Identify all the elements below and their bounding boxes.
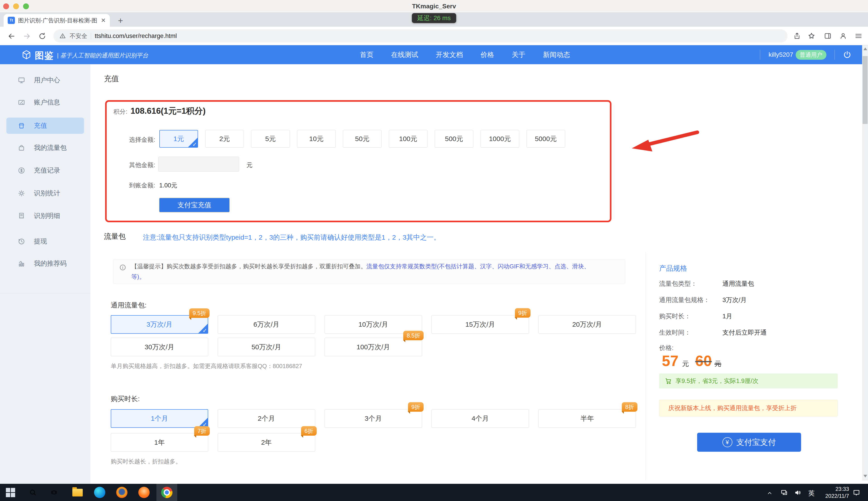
forward-icon[interactable]: [23, 32, 31, 41]
volume-icon[interactable]: [794, 489, 802, 497]
spec-option-6w[interactable]: 6万次/月: [218, 315, 315, 334]
file-explorer-icon[interactable]: [72, 489, 83, 497]
nav-divider: [760, 50, 760, 60]
input-language-indicator[interactable]: 英: [808, 489, 815, 498]
other-amount-label: 其他金额:: [129, 161, 155, 169]
spec-note: 单月购买规格越高，折扣越多。如需更高规格请联系客服QQ：800186827: [111, 362, 302, 370]
coin-dollar-icon: [18, 167, 25, 174]
spec-option-20w[interactable]: 20万次/月: [538, 315, 636, 334]
duration-option-2y[interactable]: 2年6折: [218, 433, 315, 452]
duration-option-4m[interactable]: 4个月: [431, 409, 529, 428]
arrive-amount-row: 到账金额: 1.00元: [129, 181, 177, 190]
sidebar-item-recharge-records[interactable]: 充值记录: [0, 162, 90, 179]
amount-option-1000[interactable]: 1000元: [481, 130, 519, 148]
amount-option-10[interactable]: 10元: [297, 130, 336, 148]
bookmark-star-icon[interactable]: [807, 32, 816, 40]
amount-option-5[interactable]: 5元: [251, 130, 290, 148]
menu-icon[interactable]: [855, 32, 862, 40]
tip-link[interactable]: 流量包仅支持常规英数类型(不包括计算题、汉字、闪动GIF和无感学习、点选、滑块、: [366, 263, 590, 270]
sidebar-item-withdraw[interactable]: 提现: [0, 233, 90, 249]
sidebar-item-recharge[interactable]: 充值: [6, 118, 84, 134]
sidebar-item-recognition-stats[interactable]: 识别统计: [0, 185, 90, 201]
new-tab-button[interactable]: +: [118, 16, 123, 25]
duration-section-label: 购买时长:: [111, 394, 140, 404]
tip-link-cont[interactable]: 等)。: [131, 271, 590, 282]
amount-option-100[interactable]: 100元: [389, 130, 427, 148]
share-icon[interactable]: [793, 32, 801, 40]
duration-option-halfyear[interactable]: 半年8折: [538, 409, 636, 428]
nav-item-online-test[interactable]: 在线测试: [391, 50, 418, 60]
points-row: 积分: 108.616(1元=1积分): [114, 105, 206, 117]
browser-tab[interactable]: Tt 图片识别-广告识别-目标检测-图 ✕: [4, 14, 110, 27]
logout-power-icon[interactable]: [843, 50, 852, 59]
promo-text: 庆祝新版本上线，购买通用流量包，享受折上折: [668, 404, 796, 412]
security-label: 不安全: [69, 32, 87, 40]
network-icon[interactable]: [780, 489, 788, 497]
spec-option-30w[interactable]: 30万次/月: [111, 338, 208, 356]
spec-row-value: 通用流量包: [722, 279, 754, 288]
sidebar-item-recognition-details[interactable]: 识别明细: [0, 208, 90, 224]
tip-text: 【温馨提示】购买次数越多享受折扣越多，购买时长越长享受折扣越多，双重折扣可叠加。…: [131, 261, 590, 282]
duration-option-3m[interactable]: 3个月9折: [324, 409, 422, 428]
duration-option-1m[interactable]: 1个月✓: [111, 409, 208, 428]
other-amount-unit: 元: [246, 161, 253, 169]
nav-item-pricing[interactable]: 价格: [481, 50, 494, 60]
action-center-icon[interactable]: [853, 489, 860, 497]
back-icon[interactable]: [7, 32, 16, 41]
tab-favicon: Tt: [8, 17, 15, 24]
orange-app-icon[interactable]: [138, 487, 150, 498]
amount-option-2[interactable]: 2元: [205, 130, 244, 148]
duration-option-2m[interactable]: 2个月: [218, 409, 315, 428]
scrollbar-down-arrow[interactable]: [864, 475, 867, 478]
sidebar-item-my-flow-packages[interactable]: 我的流量包: [0, 140, 90, 156]
amount-option-50[interactable]: 50元: [343, 130, 382, 148]
spec-option-3w[interactable]: 3万次/月✓9.5折: [111, 315, 208, 334]
task-view-icon[interactable]: [50, 489, 58, 496]
profile-avatar-icon[interactable]: [839, 32, 847, 40]
duration-option-1y[interactable]: 1年7折: [111, 433, 208, 452]
tray-chevron-up-icon[interactable]: [767, 490, 773, 496]
start-button[interactable]: [6, 488, 15, 497]
amount-option-500[interactable]: 500元: [435, 130, 473, 148]
nav-item-news[interactable]: 新闻动态: [543, 50, 570, 60]
not-secure-warning-icon: [59, 33, 66, 39]
site-brand[interactable]: 图鉴: [35, 49, 54, 62]
sidebar-item-account-info[interactable]: 账户信息: [0, 94, 90, 110]
scrollbar-thumb[interactable]: [862, 56, 868, 124]
taskbar-clock[interactable]: 23:33 2022/11/7: [815, 486, 849, 499]
spec-option-50w[interactable]: 50万次/月: [218, 338, 315, 356]
firefox-browser-icon[interactable]: [116, 487, 128, 498]
sidebar: 用户中心 账户信息 充值 我的流量包 充值记录 识别统计 识别明细: [0, 64, 90, 484]
nav-item-dev-docs[interactable]: 开发文档: [436, 50, 463, 60]
chrome-browser-icon[interactable]: [161, 487, 172, 498]
amount-option-5000[interactable]: 5000元: [526, 130, 565, 148]
sidebar-item-my-referral-code[interactable]: 我的推荐码: [0, 255, 90, 272]
address-bar[interactable]: 不安全 ttshitu.com/user/recharge.html: [53, 29, 787, 43]
alipay-pay-button[interactable]: ¥ 支付宝支付: [697, 433, 801, 452]
site-menu: 首页 在线测试 开发文档 价格 关于 新闻动态: [360, 45, 570, 64]
alipay-recharge-button[interactable]: 支付宝充值: [159, 198, 230, 213]
site-logo-icon[interactable]: [21, 50, 32, 60]
scrollbar-up-arrow[interactable]: [864, 47, 867, 50]
points-label: 积分:: [114, 108, 128, 116]
spec-option-100w[interactable]: 100万次/月8.5折: [324, 338, 422, 356]
edge-browser-icon[interactable]: [94, 487, 105, 498]
tab-close-icon[interactable]: ✕: [101, 17, 106, 24]
tab-title: 图片识别-广告识别-目标检测-图: [18, 17, 98, 24]
reload-icon[interactable]: [38, 32, 46, 41]
nav-item-about[interactable]: 关于: [512, 50, 525, 60]
window-titlebar: TKmagic_Serv: [0, 0, 868, 13]
nav-item-home[interactable]: 首页: [360, 50, 373, 60]
spec-option-15w[interactable]: 15万次/月9折: [431, 315, 529, 334]
discount-badge: 9折: [408, 402, 424, 412]
username[interactable]: killy5207: [769, 51, 793, 58]
monitor-icon: [18, 76, 25, 84]
search-icon[interactable]: [29, 489, 36, 496]
other-amount-input[interactable]: [158, 157, 239, 172]
clock-date: 2022/11/7: [815, 492, 849, 499]
price-current: 57: [662, 352, 678, 370]
amount-option-1[interactable]: 1元✓: [159, 130, 198, 148]
discount-badge: 7折: [194, 426, 210, 436]
sidebar-item-user-center[interactable]: 用户中心: [0, 72, 90, 88]
side-panel-icon[interactable]: [824, 32, 832, 40]
